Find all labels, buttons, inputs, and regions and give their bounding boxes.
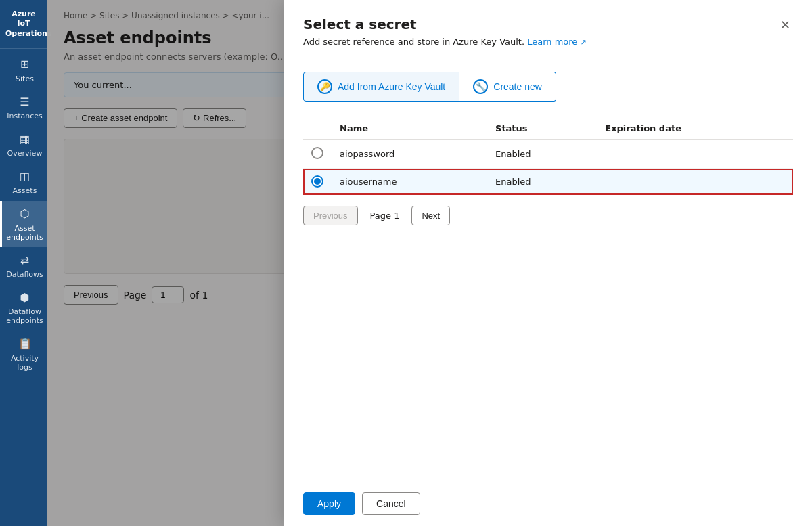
modal-overlay: Select a secret Add secret reference and…: [47, 0, 812, 526]
sidebar-item-dataflows[interactable]: ⇄ Dataflows: [0, 247, 47, 284]
sidebar-item-sites[interactable]: ⊞ Sites: [0, 51, 47, 89]
sidebar-label-overview: Overview: [7, 149, 43, 158]
row1-radio[interactable]: [311, 147, 323, 159]
main-content: Home > Sites > Unassigned instances > <y…: [47, 0, 812, 526]
sidebar-label-activity-logs: Activity logs: [5, 354, 45, 372]
sites-icon: ⊞: [18, 57, 32, 72]
create-new-icon: 🔧: [473, 79, 488, 94]
activity-logs-icon: 📋: [18, 336, 32, 351]
table-header-row: Name Status Expiration date: [303, 118, 793, 139]
sidebar-label-dataflows: Dataflows: [6, 270, 43, 279]
sidebar-item-dataflow-endpoints[interactable]: ⬢ Dataflow endpoints: [0, 284, 47, 330]
col-radio: [303, 118, 332, 139]
col-expiration-header: Expiration date: [597, 118, 793, 139]
col-status-header: Status: [487, 118, 597, 139]
vault-icon: 🔑: [317, 79, 332, 94]
sidebar-item-instances[interactable]: ☰ Instances: [0, 89, 47, 126]
modal-footer: Apply Cancel: [284, 481, 812, 526]
modal-title: Select a secret: [303, 16, 587, 32]
app-title: Azure IoT Operations: [0, 0, 47, 49]
add-from-vault-button[interactable]: 🔑 Add from Azure Key Vault: [303, 72, 459, 102]
sidebar-label-asset-endpoints: Asset endpoints: [5, 224, 45, 242]
assets-icon: ◫: [18, 169, 32, 183]
row1-radio-cell[interactable]: [303, 139, 332, 169]
learn-more-link[interactable]: Learn more: [527, 37, 577, 47]
row1-name: aiopassword: [332, 139, 487, 169]
add-from-vault-label: Add from Azure Key Vault: [338, 81, 445, 92]
sidebar-label-dataflow-endpoints: Dataflow endpoints: [5, 307, 45, 325]
sidebar-item-activity-logs[interactable]: 📋 Activity logs: [0, 331, 47, 377]
dataflow-endpoints-icon: ⬢: [18, 290, 32, 305]
sidebar-label-instances: Instances: [7, 112, 43, 120]
instances-icon: ☰: [18, 94, 32, 109]
modal-close-button[interactable]: ✕: [777, 16, 793, 34]
sidebar: Azure IoT Operations ⊞ Sites ☰ Instances…: [0, 0, 47, 526]
external-link-icon: ↗: [581, 38, 587, 47]
modal-subtitle: Add secret reference and store in Azure …: [303, 37, 587, 47]
modal-header: Select a secret Add secret reference and…: [284, 0, 812, 58]
modal-pagination: Previous Page 1 Next: [303, 206, 793, 225]
sidebar-item-overview[interactable]: ▦ Overview: [0, 126, 47, 163]
cancel-button[interactable]: Cancel: [362, 492, 420, 515]
create-new-button[interactable]: 🔧 Create new: [459, 72, 556, 102]
row2-radio[interactable]: [311, 175, 323, 188]
secrets-table: Name Status Expiration date aiopassword: [303, 118, 793, 195]
col-name-header: Name: [332, 118, 487, 139]
modal-body: 🔑 Add from Azure Key Vault 🔧 Create new …: [284, 58, 812, 481]
modal-page-label: Page 1: [361, 206, 409, 225]
row1-expiration: [597, 139, 793, 169]
apply-button[interactable]: Apply: [303, 492, 355, 515]
select-secret-modal: Select a secret Add secret reference and…: [284, 0, 812, 526]
modal-subtitle-text: Add secret reference and store in Azure …: [303, 37, 524, 47]
sidebar-item-asset-endpoints[interactable]: ⬡ Asset endpoints: [0, 201, 47, 247]
row2-radio-cell[interactable]: [303, 169, 332, 195]
create-new-label: Create new: [493, 81, 542, 92]
modal-header-content: Select a secret Add secret reference and…: [303, 16, 587, 47]
table-row[interactable]: aiousername Enabled: [303, 169, 793, 195]
dataflows-icon: ⇄: [18, 253, 32, 267]
row1-status: Enabled: [487, 139, 597, 169]
row2-status: Enabled: [487, 169, 597, 195]
sidebar-label-sites: Sites: [16, 74, 34, 83]
row2-name: aiousername: [332, 169, 487, 195]
sidebar-item-assets[interactable]: ◫ Assets: [0, 163, 47, 200]
table-row[interactable]: aiopassword Enabled: [303, 139, 793, 169]
secret-action-buttons: 🔑 Add from Azure Key Vault 🔧 Create new: [303, 72, 793, 102]
asset-endpoints-icon: ⬡: [18, 206, 32, 221]
modal-next-button[interactable]: Next: [411, 206, 450, 225]
modal-previous-button[interactable]: Previous: [303, 206, 358, 225]
overview-icon: ▦: [18, 131, 32, 146]
sidebar-label-assets: Assets: [13, 186, 37, 195]
row2-expiration: [597, 169, 793, 195]
